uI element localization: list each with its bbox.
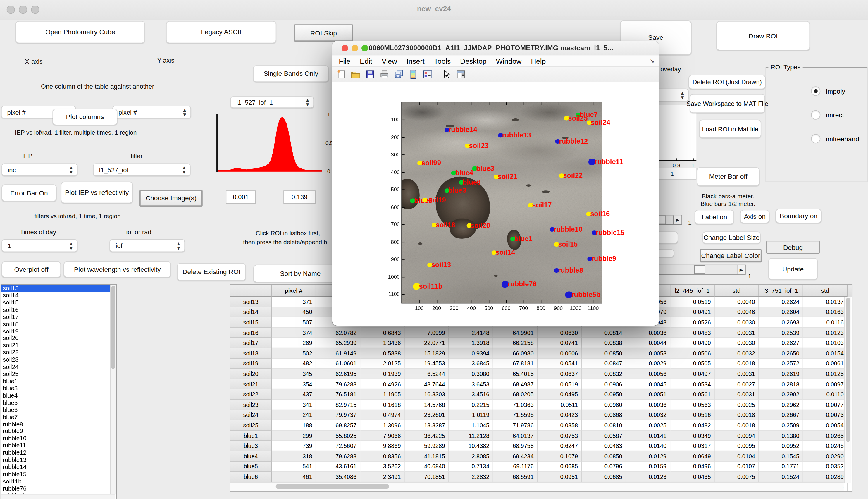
figure-titlebar[interactable]: 0060ML0273000000D1_A1I1_JJMDAP_PHOTOMETR… [332, 41, 659, 56]
radio-icon[interactable] [811, 134, 820, 143]
boundary-on-button[interactable]: Boundary on [775, 209, 821, 223]
roi-marker-rubble15[interactable]: rubble15 [592, 229, 624, 236]
table-row[interactable]: soil2334182.97150.161814.57680.221571.03… [230, 400, 852, 410]
change-label-color-button[interactable]: Change Label Color [700, 249, 762, 263]
roi-list-item[interactable]: soil24 [1, 363, 117, 370]
roi-marker-rubble11[interactable]: rubble11 [588, 159, 623, 165]
roi-marker-soil18[interactable]: soil18 [432, 222, 455, 229]
roi-marker-soil17[interactable]: soil17 [528, 202, 552, 209]
mars-image-axes[interactable]: blue7soil25soil24rubble14rubble13rubble1… [401, 102, 602, 303]
roi-list-item[interactable]: rubble12 [1, 449, 117, 456]
roi-marker-soil21[interactable]: soil21 [494, 173, 517, 180]
save-icon[interactable] [365, 70, 375, 79]
draw-roi-button[interactable]: Draw ROI [716, 21, 810, 50]
single-bands-button[interactable]: Single Bands Only [253, 65, 329, 82]
table-row[interactable]: soil2518869.82571.309613.32871.104571.97… [230, 420, 852, 430]
table-row[interactable]: soil2243776.51811.190516.33033.451668.02… [230, 389, 852, 400]
choose-images-button[interactable]: Choose Image(s) [139, 190, 203, 207]
roi-list-item[interactable]: soil23 [1, 356, 117, 363]
delete-roi-just-drawn-button[interactable]: Delete ROI (Just Drawn) [689, 75, 766, 89]
roi-marker-soil24[interactable]: soil24 [587, 119, 610, 126]
plot-wavelength-button[interactable]: Plot wavelength vs reflectivity [64, 261, 171, 277]
property-inspector-icon[interactable] [456, 70, 466, 79]
roi-list-item[interactable]: rubble11 [1, 442, 117, 449]
roi-marker-rubble8[interactable]: rubble8 [554, 267, 583, 274]
roi-marker-rubble10[interactable]: rubble10 [550, 226, 583, 233]
legend-icon[interactable] [423, 70, 432, 79]
table-row[interactable]: blue373972.56079.886959.928910.438268.97… [230, 441, 852, 451]
new-document-icon[interactable] [337, 70, 346, 79]
roi-list-item[interactable]: soil16 [1, 306, 117, 313]
roi-list-item[interactable]: soil21 [1, 342, 117, 349]
roi-marker-rubble5b[interactable]: rubble5b [565, 291, 600, 298]
roi-marker-soil23[interactable]: soil23 [465, 143, 488, 149]
roi-marker-soil13[interactable]: soil13 [428, 261, 451, 268]
table-row[interactable]: soil2135479.62880.492643.76443.645368.49… [230, 379, 852, 389]
error-bar-button[interactable]: Error Bar On [2, 184, 57, 202]
open-folder-icon[interactable] [351, 70, 360, 79]
debug-button[interactable]: Debug [766, 241, 820, 254]
roi-type-impoly[interactable]: impoly [811, 86, 845, 96]
roi-marker-soil20[interactable]: soil20 [467, 222, 490, 229]
figure-window[interactable]: 0060ML0273000000D1_A1I1_JJMDAP_PHOTOMETR… [332, 41, 659, 326]
table-row[interactable]: soil1726965.29391.343622.07711.391866.21… [230, 338, 852, 348]
radio-icon[interactable] [811, 110, 820, 120]
roi-marker-rubble76[interactable]: rubble76 [502, 281, 536, 288]
roi-list-item[interactable]: soil13 [1, 284, 117, 292]
roi-marker-soil16[interactable]: soil16 [586, 210, 610, 217]
iof-select[interactable]: iof▲▼ [110, 239, 185, 252]
y-axis-select[interactable]: pixel #▲▼ [112, 106, 191, 119]
change-label-size-button[interactable]: Change Label Size [702, 231, 761, 244]
table-row[interactable]: soil1637462.07820.68437.09992.414864.990… [230, 328, 852, 338]
axis-on-button[interactable]: Axis on [740, 210, 769, 223]
roi-list-item[interactable]: soil22 [1, 349, 117, 356]
roi-marker-soil15[interactable]: soil15 [554, 241, 578, 248]
roi-marker-soil99[interactable]: soil99 [417, 160, 441, 167]
roi-list-item[interactable]: soil19 [1, 328, 117, 334]
menu-view[interactable]: View [382, 57, 397, 65]
link-plot-icon[interactable] [394, 70, 404, 79]
roi-list-item[interactable]: soil14 [1, 292, 117, 299]
close-icon[interactable] [342, 45, 348, 51]
colormap-icon[interactable] [408, 70, 418, 79]
delete-existing-roi-button[interactable]: Delete Existing ROI [177, 263, 246, 281]
roi-skip-button[interactable]: ROI Skip [294, 24, 353, 41]
table-vertical-scrollbar[interactable] [844, 297, 851, 483]
plot-columns-button[interactable]: Plot columns [53, 109, 117, 125]
roi-listbox[interactable]: soil13soil14soil15soil16soil17soil18soil… [1, 284, 117, 499]
pointer-icon[interactable] [442, 70, 451, 79]
menu-window[interactable]: Window [496, 57, 522, 65]
table-row[interactable]: soil1850261.91490.583815.18290.939466.09… [230, 348, 852, 358]
roi-marker-rubble12[interactable]: rubble12 [555, 138, 588, 145]
roi-list-item[interactable]: blue3 [1, 385, 117, 392]
dock-figure-icon[interactable]: ↘ [650, 58, 655, 64]
label-slider[interactable]: ▶ [657, 265, 746, 275]
menu-help[interactable]: Help [531, 57, 546, 65]
roi-marker-blue1[interactable]: blue1 [510, 235, 532, 242]
print-icon[interactable] [380, 70, 389, 79]
zoom-window-icon[interactable] [362, 45, 368, 51]
roi-marker-soil25[interactable]: soil25 [564, 115, 588, 121]
roi-marker-soil19[interactable]: soil19 [423, 197, 446, 204]
label-on-button[interactable]: Label on [695, 210, 734, 224]
table-horizontal-scrollbar[interactable] [230, 482, 843, 490]
roi-marker-soil14[interactable]: soil14 [492, 249, 515, 256]
menu-file[interactable]: File [339, 57, 350, 65]
iep-select[interactable]: inc▲▼ [2, 163, 77, 176]
roi-list-item[interactable]: rubble9 [1, 428, 117, 435]
roi-list-item[interactable]: soil20 [1, 334, 117, 342]
band-select[interactable]: l1_527_iof_1▲▼ [230, 96, 314, 108]
table-row[interactable]: blue129955.80257.906636.422511.212864.01… [230, 430, 852, 441]
menu-tools[interactable]: Tools [434, 57, 451, 65]
roi-list-item[interactable]: rubble76 [1, 485, 117, 492]
range-max-field[interactable]: 0.139 [283, 191, 316, 204]
load-roi-button[interactable]: Load ROI in Mat file [699, 120, 761, 138]
overplot-button[interactable]: Overplot off [2, 261, 61, 277]
times-select[interactable]: 1▲▼ [2, 239, 77, 252]
roi-list-item[interactable]: rubble14 [1, 463, 117, 470]
roi-type-imfreehand[interactable]: imfreehand [811, 134, 859, 143]
legacy-ascii-button[interactable]: Legacy ASCII [166, 21, 276, 43]
roi-list-item[interactable]: rubble13 [1, 456, 117, 463]
minimize-icon[interactable] [352, 45, 358, 51]
table-row[interactable]: blue431879.62880.835641.18152.808569.423… [230, 451, 852, 462]
